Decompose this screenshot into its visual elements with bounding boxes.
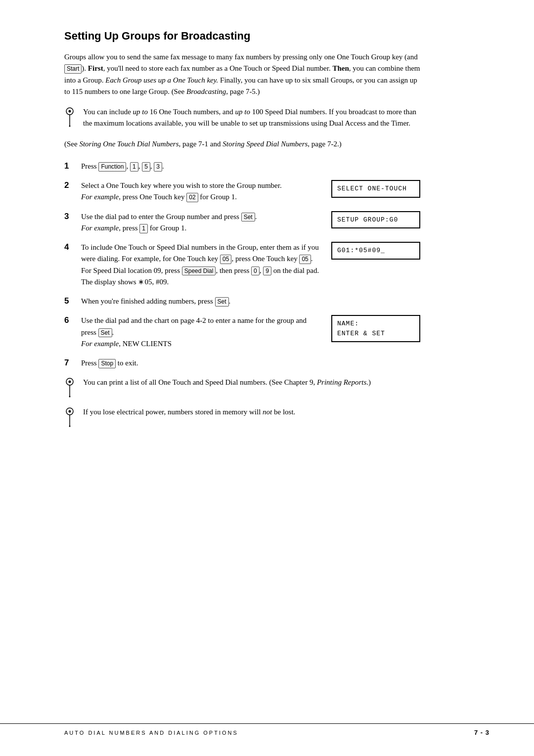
step-5-number: 5	[64, 296, 77, 306]
key-0: 0	[251, 267, 260, 276]
step-3-text: Use the dial pad to enter the Group numb…	[81, 211, 331, 234]
set-key-5: Set	[215, 297, 229, 307]
key-3: 3	[154, 162, 162, 172]
step-6-number: 6	[64, 315, 77, 325]
step-6-text: Use the dial pad and the chart on page 4…	[81, 315, 331, 350]
footer-left-text: AUTO DIAL NUMBERS AND DIALING OPTIONS	[64, 730, 238, 736]
set-key-3: Set	[241, 213, 255, 222]
step-3: 3 Use the dial pad to enter the Group nu…	[64, 211, 420, 234]
step-6-content: Use the dial pad and the chart on page 4…	[81, 315, 420, 350]
key-05a: 05	[220, 255, 231, 264]
page-title: Setting Up Groups for Broadcasting	[64, 30, 490, 43]
display-name: NAME:ENTER & SET	[331, 315, 420, 342]
step-1-number: 1	[64, 161, 77, 171]
key-1: 1	[130, 162, 138, 172]
function-key: Function	[98, 162, 126, 172]
note-icon-1	[64, 107, 79, 127]
step-4-text: To include One Touch or Speed Dial numbe…	[81, 242, 331, 288]
step-3-number: 3	[64, 212, 77, 222]
step-1: 1 Press Function, 1, 5, 3.	[64, 161, 420, 172]
step-2-content: Select a One Touch key where you wish to…	[81, 180, 420, 203]
step-7-number: 7	[64, 358, 77, 368]
note-block-2: You can print a list of all One Touch an…	[64, 377, 420, 398]
step-3-content: Use the dial pad to enter the Group numb…	[81, 211, 420, 234]
key-9: 9	[263, 267, 271, 276]
step-2-text: Select a One Touch key where you wish to…	[81, 180, 331, 203]
start-key: Start	[64, 64, 82, 74]
footer-right-text: 7 - 3	[474, 729, 490, 736]
speed-dial-key: Speed Dial	[182, 267, 216, 276]
step-5-content: When you're finished adding numbers, pre…	[81, 296, 420, 307]
step-7: 7 Press Stop to exit.	[64, 357, 420, 369]
svg-point-3	[69, 126, 71, 127]
display-setup-group: SETUP GROUP:G0	[331, 211, 420, 229]
svg-point-9	[69, 410, 71, 413]
page-container: Setting Up Groups for Broadcasting Group…	[0, 0, 534, 756]
step-4-number: 4	[64, 242, 77, 252]
key-05b: 05	[299, 255, 311, 264]
steps-section: 1 Press Function, 1, 5, 3. 2 Select a On…	[64, 161, 420, 369]
step-5: 5 When you're finished adding numbers, p…	[64, 296, 420, 307]
step-7-content: Press Stop to exit.	[81, 357, 420, 369]
step-2-number: 2	[64, 180, 77, 190]
key-02: 02	[186, 193, 198, 202]
step-4: 4 To include One Touch or Speed Dial num…	[64, 242, 420, 288]
step-6: 6 Use the dial pad and the chart on page…	[64, 315, 420, 350]
note-icon-3	[64, 407, 79, 427]
note-block-1: You can include up to 16 One Touch numbe…	[64, 106, 420, 130]
key-5: 5	[142, 162, 150, 172]
display-select-one-touch: SELECT ONE-TOUCH	[331, 180, 420, 198]
step-2: 2 Select a One Touch key where you wish …	[64, 180, 420, 203]
step-4-content: To include One Touch or Speed Dial numbe…	[81, 242, 420, 288]
stop-key: Stop	[98, 359, 116, 368]
key-1-step3: 1	[139, 224, 148, 233]
svg-point-7	[69, 396, 71, 398]
note-3-text: If you lose electrical power, numbers st…	[83, 406, 295, 418]
note-icon-2	[64, 378, 79, 398]
svg-point-1	[69, 110, 71, 113]
svg-point-5	[69, 381, 71, 383]
step-1-content: Press Function, 1, 5, 3.	[81, 161, 420, 172]
svg-point-11	[69, 426, 71, 427]
display-g01: G01:*05#09_	[331, 242, 420, 260]
footer: AUTO DIAL NUMBERS AND DIALING OPTIONS 7 …	[0, 723, 534, 736]
note-1-text: You can include up to 16 One Touch numbe…	[83, 106, 420, 130]
intro-text: Groups allow you to send the same fax me…	[64, 51, 420, 97]
set-key-6: Set	[98, 328, 112, 338]
note-block-3: If you lose electrical power, numbers st…	[64, 406, 420, 427]
note-2-text: You can print a list of all One Touch an…	[83, 377, 371, 388]
see-also-text: (See Storing One Touch Dial Numbers, pag…	[64, 138, 420, 150]
